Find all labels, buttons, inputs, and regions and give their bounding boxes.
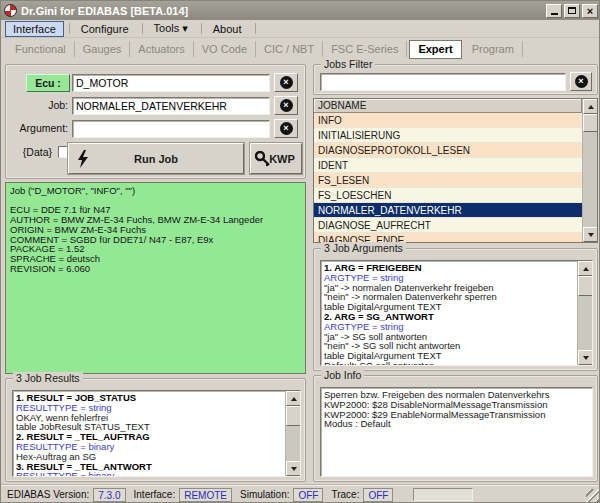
scroll-up-button[interactable] bbox=[286, 391, 301, 406]
scrollbar-thumb[interactable] bbox=[286, 406, 301, 426]
scroll-down-button[interactable] bbox=[286, 461, 301, 476]
lightning-icon bbox=[77, 150, 89, 168]
ediabas-version-label: EDIABAS Version: bbox=[7, 489, 89, 500]
scrollbar-thumb[interactable] bbox=[583, 114, 598, 132]
job-input[interactable] bbox=[72, 97, 270, 115]
jobs-filter-title: Jobs Filter bbox=[321, 58, 375, 70]
run-job-label: Run Job bbox=[134, 153, 178, 165]
tab[interactable]: Expert bbox=[409, 40, 461, 59]
job-row[interactable]: FS_LOESCHEN bbox=[314, 188, 582, 203]
data-checkbox-label: {Data} bbox=[0, 146, 52, 158]
job-row[interactable]: DIAGNOSE_AUFRECHT bbox=[314, 218, 582, 233]
job-list-scrollbar[interactable] bbox=[582, 99, 597, 242]
scroll-up-button[interactable] bbox=[578, 261, 593, 276]
menu-item[interactable]: Interface bbox=[5, 21, 64, 37]
menu-item[interactable]: Tools ▾ bbox=[146, 20, 196, 37]
menu-separator bbox=[201, 23, 202, 34]
tab[interactable]: Program bbox=[464, 41, 523, 57]
trace-label: Trace: bbox=[331, 489, 359, 500]
job-arguments-lines: 1. ARG = FREIGEBEN ARGTYPE = string "ja"… bbox=[324, 263, 577, 366]
jobs-filter-input[interactable] bbox=[320, 73, 566, 91]
argument-label: Argument: bbox=[10, 122, 68, 134]
progress-bar bbox=[413, 488, 473, 501]
arrow-up-icon bbox=[583, 267, 589, 271]
job-info-line: Modus : Default bbox=[324, 419, 592, 429]
arrow-down-icon bbox=[291, 467, 297, 471]
menu-bar: Interface Configure Tools ▾ About bbox=[1, 20, 600, 38]
scroll-up-button[interactable] bbox=[583, 99, 598, 114]
job-row[interactable]: FS_LESEN bbox=[314, 173, 582, 188]
trace-value: OFF bbox=[363, 488, 393, 502]
clear-icon: × bbox=[280, 76, 293, 89]
job-list-header[interactable]: JOBNAME bbox=[314, 99, 582, 113]
title-bar: Dr.Gini for EDIABAS [BETA.014] × bbox=[1, 1, 600, 20]
clear-ecu-button[interactable]: × bbox=[274, 73, 298, 92]
clear-icon: × bbox=[280, 122, 293, 135]
clear-icon: × bbox=[280, 99, 293, 112]
job-row[interactable]: DIAGNOSEPROTOKOLL_LESEN bbox=[314, 143, 582, 158]
job-label: Job: bbox=[10, 99, 68, 111]
scroll-down-button[interactable] bbox=[578, 350, 593, 365]
job-info-group: Job Info Sperren bzw. Freigeben des norm… bbox=[313, 375, 598, 482]
window-title: Dr.Gini for EDIABAS [BETA.014] bbox=[21, 5, 544, 17]
status-bar: EDIABAS Version: 7.3.0 Interface: REMOTE… bbox=[1, 484, 600, 503]
menu-separator bbox=[142, 23, 143, 34]
clear-icon: × bbox=[575, 75, 588, 88]
interface-label: Interface: bbox=[134, 489, 176, 500]
job-arguments-group: 3 Job Arguments 1. ARG = FREIGEBEN ARGTY… bbox=[313, 248, 598, 371]
clear-filter-button[interactable]: × bbox=[570, 72, 592, 91]
menu-item[interactable]: Configure bbox=[73, 21, 137, 37]
tab[interactable]: VO Code bbox=[194, 41, 256, 57]
clear-job-button[interactable]: × bbox=[274, 96, 298, 115]
job-list-rows: INFO INITIALISIERUNG DIAGNOSEPROTOKOLL_L… bbox=[314, 113, 582, 243]
minimize-icon bbox=[551, 13, 558, 15]
clear-argument-button[interactable]: × bbox=[274, 119, 298, 138]
app-window: Dr.Gini for EDIABAS [BETA.014] × Interfa… bbox=[0, 0, 600, 503]
job-arguments-scrollbar[interactable] bbox=[577, 261, 592, 365]
ecu-input[interactable] bbox=[72, 74, 270, 92]
job-row[interactable]: IDENT bbox=[314, 158, 582, 173]
kwp-label: KWP bbox=[269, 153, 295, 165]
job-row[interactable]: INFO bbox=[314, 113, 582, 128]
menu-item[interactable]: About bbox=[205, 21, 250, 37]
job-result-line: RESULTTYPE = binary bbox=[16, 471, 285, 477]
job-results-group: 3 Job Results 1. RESULT = JOB_STATUS RES… bbox=[5, 378, 306, 482]
run-job-button[interactable]: Run Job bbox=[68, 143, 244, 174]
minimize-button[interactable] bbox=[546, 4, 562, 18]
ecu-select-button[interactable]: Ecu : bbox=[26, 74, 70, 92]
job-results-box: 1. RESULT = JOB_STATUS RESULTTYPE = stri… bbox=[12, 390, 301, 477]
key-icon bbox=[255, 151, 271, 167]
ecu-form-group: Ecu : × Job: × Argument: × {Data} Run Jo… bbox=[5, 64, 306, 179]
tab[interactable]: Gauges bbox=[75, 41, 131, 57]
app-icon bbox=[4, 4, 17, 17]
job-description-line: Job ("D_MOTOR", "INFO", "") bbox=[10, 186, 301, 196]
resize-grip[interactable] bbox=[586, 489, 599, 502]
close-button[interactable]: × bbox=[582, 4, 598, 18]
tab[interactable]: Functional bbox=[7, 41, 75, 57]
tab[interactable]: CIC / NBT bbox=[256, 41, 323, 57]
tab[interactable]: Actuators bbox=[130, 41, 193, 57]
tab[interactable]: FSC E-Series bbox=[323, 41, 407, 57]
job-row[interactable]: INITIALISIERUNG bbox=[314, 128, 582, 143]
simulation-label: Simulation: bbox=[240, 489, 289, 500]
job-results-lines: 1. RESULT = JOB_STATUS RESULTTYPE = stri… bbox=[16, 393, 285, 477]
argument-input[interactable] bbox=[72, 120, 270, 138]
job-list: JOBNAME INFO INITIALISIERUNG DIAGNOSEPRO… bbox=[313, 98, 598, 243]
job-results-title: 3 Job Results bbox=[13, 372, 83, 384]
job-results-scrollbar[interactable] bbox=[285, 391, 300, 476]
maximize-button[interactable] bbox=[564, 4, 580, 18]
job-arguments-title: 3 Job Arguments bbox=[321, 242, 406, 254]
tab-bar: Functional Gauges Actuators VO Code CIC … bbox=[3, 38, 599, 60]
job-argument-line: Default: SG soll antworten bbox=[324, 361, 577, 366]
scrollbar-thumb[interactable] bbox=[578, 276, 593, 296]
job-description-panel: Job ("D_MOTOR", "INFO", "") ECU = DDE 7.… bbox=[5, 182, 306, 374]
simulation-value: OFF bbox=[293, 488, 323, 502]
close-icon: × bbox=[587, 6, 593, 16]
scroll-down-button[interactable] bbox=[583, 227, 598, 242]
menu-separator bbox=[255, 23, 256, 34]
kwp-button[interactable]: KWP bbox=[250, 143, 302, 174]
arrow-down-icon bbox=[588, 233, 594, 237]
menu-separator bbox=[69, 23, 70, 34]
job-row[interactable]: NORMALER_DATENVERKEHR bbox=[314, 203, 582, 218]
job-info-title: Job Info bbox=[321, 369, 364, 381]
